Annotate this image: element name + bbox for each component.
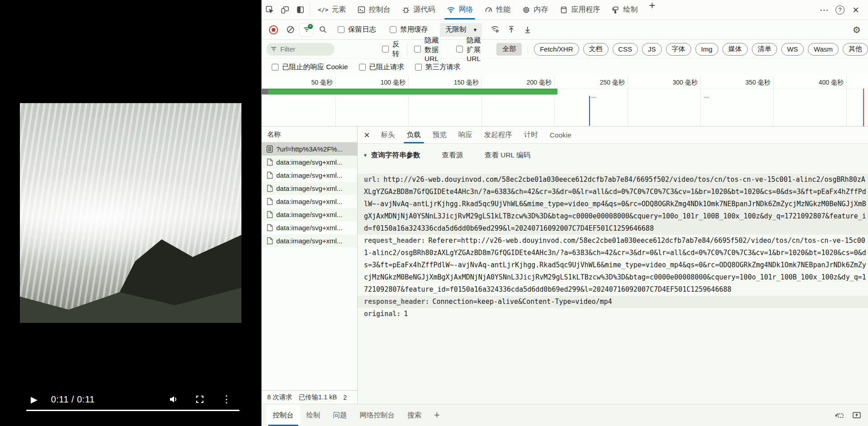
record-network-log-icon[interactable] — [269, 25, 278, 34]
fullscreen-icon[interactable] — [195, 395, 204, 404]
add-drawer-tab-icon[interactable]: + — [428, 404, 446, 426]
chip-other[interactable]: 其他 — [843, 43, 868, 56]
tab-console[interactable]: 控制台 — [352, 0, 396, 19]
export-har-icon[interactable] — [505, 24, 518, 36]
network-overview-timeline[interactable]: 50 毫秒 100 毫秒 150 毫秒 200 毫秒 250 毫秒 300 毫秒… — [262, 76, 868, 127]
checkbox-box[interactable] — [415, 64, 422, 71]
checkbox-box[interactable] — [272, 64, 278, 71]
param-request-header[interactable]: request_header:Referer=http://v26-web.do… — [358, 235, 868, 296]
network-conditions-icon[interactable] — [488, 24, 502, 36]
disclosure-triangle-icon[interactable]: ▼ — [363, 153, 368, 158]
overview-blue-marker — [589, 96, 590, 126]
param-response-header[interactable]: response_header:Connection=keep-alive&Co… — [358, 296, 868, 308]
throttling-select[interactable]: 无限制 ▼ — [440, 23, 482, 37]
request-row[interactable]: data:image/svg+xml... — [262, 221, 357, 234]
filter-input[interactable] — [280, 45, 330, 53]
filter-toggle-icon[interactable]: × — [300, 24, 313, 36]
drawer-tab-issues[interactable]: 问题 — [327, 404, 354, 426]
request-list: 名称 ?url=http%3A%2F%... data:image/svg+xm… — [262, 127, 358, 404]
dock-side-icon[interactable] — [292, 0, 308, 19]
clear-network-log-icon[interactable] — [283, 24, 297, 36]
tab-cookies[interactable]: Cookie — [544, 127, 577, 143]
request-row[interactable]: data:image/svg+xml... — [262, 156, 357, 169]
checkbox-box[interactable] — [414, 46, 421, 52]
tab-paint[interactable]: 绘制 — [606, 0, 643, 19]
request-row[interactable]: data:image/svg+xml... — [262, 234, 357, 247]
checkbox-box[interactable] — [456, 46, 463, 52]
tab-application[interactable]: 应用程序 — [554, 0, 606, 19]
chip-img[interactable]: Img — [695, 43, 718, 56]
chip-font[interactable]: 字体 — [666, 43, 691, 56]
filter-badge: × — [308, 24, 313, 29]
tab-response[interactable]: 响应 — [453, 127, 478, 143]
chip-media[interactable]: 媒体 — [722, 43, 748, 56]
request-row[interactable]: data:image/svg+xml... — [262, 169, 357, 182]
chip-manifest[interactable]: 清单 — [752, 43, 777, 56]
tab-network[interactable]: 网络 — [441, 0, 479, 19]
request-row[interactable]: data:image/svg+xml... — [262, 182, 357, 195]
checkbox-box[interactable] — [382, 46, 389, 52]
drawer-tab-paint[interactable]: 绘制 — [300, 404, 327, 426]
more-options-icon[interactable]: ⋯ — [816, 5, 832, 15]
add-tab-icon[interactable]: + — [643, 0, 660, 19]
disable-cache-checkbox[interactable]: 禁用缓存 — [390, 25, 428, 34]
search-icon[interactable] — [316, 24, 330, 36]
tab-preview[interactable]: 预览 — [427, 127, 453, 143]
chip-doc[interactable]: 文档 — [583, 43, 609, 56]
tab-timing[interactable]: 计时 — [518, 127, 544, 143]
section-title[interactable]: 查询字符串参数 — [371, 151, 420, 160]
third-party-checkbox[interactable]: 第三方请求 — [415, 62, 461, 72]
checkbox-box[interactable] — [338, 26, 344, 33]
param-key: request_header: — [364, 237, 425, 245]
drawer-tab-search[interactable]: 搜索 — [401, 404, 428, 426]
filter-input-pill[interactable] — [266, 43, 335, 56]
chip-all[interactable]: 全部 — [496, 43, 522, 56]
param-url[interactable]: url:http://v26-web.douyinvod.com/58ec2cb… — [358, 174, 868, 235]
bug-icon — [402, 6, 410, 14]
tab-initiator[interactable]: 发起程序 — [478, 127, 518, 143]
checkbox-box[interactable] — [359, 64, 366, 71]
checkbox-box[interactable] — [390, 26, 396, 33]
tab-memory[interactable]: 内存 — [516, 0, 554, 19]
kebab-menu-icon[interactable]: ⋮ — [222, 394, 231, 404]
name-column-header[interactable]: 名称 — [262, 127, 357, 142]
param-value: Referer=http://v26-web.douyinvod.com/58e… — [364, 237, 866, 293]
settings-gear-icon[interactable]: ⚙ — [853, 24, 861, 35]
tab-elements[interactable]: </> 元素 — [312, 0, 352, 19]
request-row[interactable]: data:image/svg+xml... — [262, 195, 357, 208]
tab-performance[interactable]: 性能 — [479, 0, 516, 19]
tab-sources[interactable]: 源代码 — [396, 0, 441, 19]
chip-css[interactable]: CSS — [613, 43, 638, 56]
import-har-icon[interactable] — [521, 24, 534, 36]
chip-js[interactable]: JS — [642, 43, 662, 56]
help-icon[interactable]: ? — [835, 5, 844, 14]
tab-headers[interactable]: 标头 — [375, 127, 401, 143]
request-row[interactable]: data:image/svg+xml... — [262, 208, 357, 221]
overview-bar-cap — [262, 89, 268, 95]
close-devtools-icon[interactable]: × — [848, 5, 863, 15]
drawer-tab-console[interactable]: 控制台 — [266, 404, 300, 426]
expand-drawer-icon[interactable] — [852, 411, 862, 419]
video-frame[interactable] — [20, 103, 241, 323]
chip-ws[interactable]: WS — [781, 43, 804, 56]
chip-wasm[interactable]: Wasm — [808, 43, 839, 56]
blocked-cookies-checkbox[interactable]: 已阻止的响应 Cookie — [272, 62, 348, 72]
tab-payload[interactable]: 负载 — [401, 127, 427, 143]
volume-icon[interactable] — [168, 394, 178, 404]
play-icon[interactable]: ▶ — [31, 394, 38, 405]
drawer-tab-network-console[interactable]: 网络控制台 — [354, 404, 401, 426]
video-progress-bar[interactable] — [26, 410, 240, 411]
document-icon — [266, 145, 273, 153]
device-toolbar-icon[interactable] — [277, 0, 292, 19]
request-row[interactable]: ?url=http%3A%2F%... — [262, 142, 357, 156]
layout-rotate-icon[interactable] — [835, 411, 844, 419]
view-url-encoded-button[interactable]: 查看 URL 编码 — [485, 151, 530, 160]
blocked-requests-checkbox[interactable]: 已阻止请求 — [359, 62, 405, 72]
close-details-icon[interactable]: × — [358, 127, 375, 143]
chip-fetch-xhr[interactable]: Fetch/XHR — [534, 43, 579, 56]
invert-checkbox[interactable]: 反转 — [382, 40, 400, 59]
preserve-log-checkbox[interactable]: 保留日志 — [338, 25, 376, 34]
view-source-button[interactable]: 查看源 — [442, 151, 463, 160]
param-original[interactable]: original:1 — [358, 308, 868, 320]
inspect-icon[interactable] — [262, 0, 277, 19]
